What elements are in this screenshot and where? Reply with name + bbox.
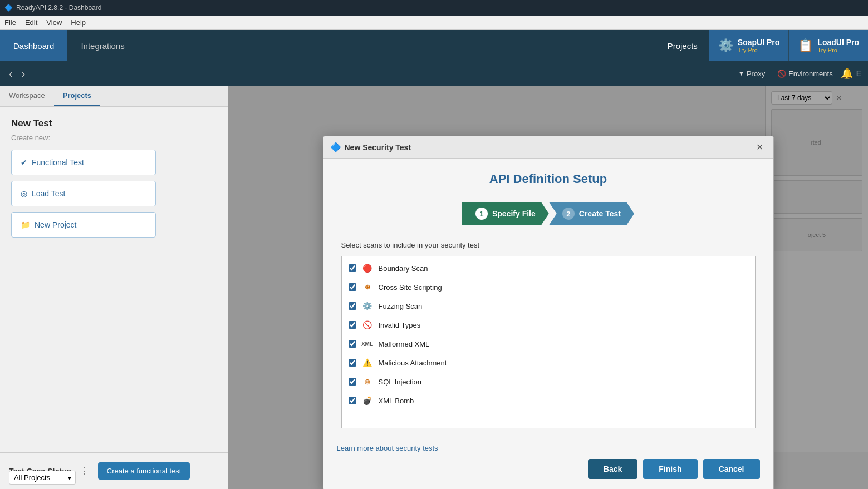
invalid-icon: 🚫 (362, 319, 373, 330)
invalid-label: Invalid Types (379, 321, 421, 329)
learn-more-link[interactable]: Learn more about security tests (337, 444, 760, 452)
scan-checkbox-xss[interactable] (349, 283, 356, 291)
checkmark-icon: ✔ (21, 158, 27, 167)
step-wizard: 1 Specify File 2 Create Test (341, 202, 756, 225)
scan-checkbox-malformed[interactable] (349, 340, 356, 348)
xmlbomb-label: XML Bomb (379, 397, 414, 405)
nav-tab-integrations[interactable]: Integrations (67, 30, 138, 61)
cancel-button[interactable]: Cancel (703, 459, 760, 479)
status-dots-button[interactable]: ⋮ (80, 466, 89, 476)
scan-item-malformed[interactable]: XML Malformed XML (342, 334, 755, 353)
dialog-footer: Learn more about security tests Back Fin… (323, 437, 773, 489)
soapui-try-label: Try Pro (738, 47, 779, 53)
loadui-icon: 📋 (798, 38, 813, 53)
step2-label: Create Test (579, 209, 621, 218)
nav-loadui-pro-button[interactable]: 📋 LoadUI Pro Try Pro (788, 30, 868, 61)
all-projects-select[interactable]: All Projects (9, 471, 76, 485)
content-area: Last 7 days ✕ rted. oject 5 🔷 New Securi… (228, 86, 868, 489)
nav-projects-button[interactable]: Projects (656, 30, 709, 61)
menu-bar: File Edit View Help (0, 16, 868, 30)
expand-icon[interactable]: E (856, 69, 861, 78)
xss-label: Cross Site Scripting (379, 283, 442, 292)
step1-number: 1 (475, 208, 488, 220)
menu-view[interactable]: View (46, 18, 62, 27)
environments-icon: 🚫 (777, 70, 786, 78)
dialog-title-bar: 🔷 New Security Test ✕ (323, 136, 773, 159)
app-icon: 🔷 (4, 4, 13, 12)
functional-test-button[interactable]: ✔ Functional Test (11, 150, 156, 175)
dialog-footer-buttons: Back Finish Cancel (337, 459, 760, 479)
all-projects-wrapper: All Projects (9, 471, 76, 485)
dialog-title: New Security Test (345, 143, 753, 152)
sub-nav-bar: ‹ › ▼ Proxy 🚫 Environments 🔔 E (0, 61, 868, 86)
bell-icon[interactable]: 🔔 (841, 67, 853, 80)
malformed-label: Malformed XML (379, 340, 430, 348)
dialog-body: API Definition Setup 1 Specify File 2 Cr… (323, 159, 773, 437)
scan-section-title: Select scans to include in your security… (341, 241, 756, 249)
new-project-label: New Project (35, 220, 76, 229)
scan-item-xmlbomb[interactable]: 💣 XML Bomb (342, 391, 755, 410)
step1-label: Specify File (492, 209, 536, 218)
dialog-overlay: 🔷 New Security Test ✕ API Definition Set… (228, 86, 868, 489)
bottom-bar: Test Case Status ⋮ Create a functional t… (0, 452, 228, 489)
top-nav: Dashboard Integrations Projects ⚙️ SoapU… (0, 30, 868, 61)
back-button[interactable]: Back (588, 459, 637, 479)
create-functional-test-button[interactable]: Create a functional test (98, 462, 190, 480)
loadui-try-label: Try Pro (817, 47, 859, 53)
load-test-button[interactable]: ◎ Load Test (11, 181, 156, 206)
new-project-button[interactable]: 📁 New Project (11, 212, 156, 238)
scan-item-malicious[interactable]: ⚠️ Malicious Attachment (342, 353, 755, 372)
sidebar-tab-workspace[interactable]: Workspace (0, 86, 54, 106)
proxy-label: Proxy (747, 70, 765, 78)
scan-checkbox-boundary[interactable] (349, 264, 356, 272)
menu-file[interactable]: File (4, 18, 16, 27)
dialog-close-button[interactable]: ✕ (753, 141, 767, 154)
scan-item-xss[interactable]: ⊛ Cross Site Scripting (342, 278, 755, 297)
fuzzing-label: Fuzzing Scan (379, 302, 423, 310)
menu-edit[interactable]: Edit (25, 18, 37, 27)
title-bar-text: ReadyAPI 2.8.2 - Dashboard (16, 4, 101, 12)
sidebar-tabs: Workspace Projects (0, 86, 228, 107)
fuzzing-icon: ⚙️ (362, 300, 373, 312)
scan-checkbox-xmlbomb[interactable] (349, 397, 356, 404)
step2-button[interactable]: 2 Create Test (549, 202, 634, 225)
back-button[interactable]: ‹ (7, 67, 15, 80)
menu-help[interactable]: Help (71, 18, 86, 27)
malicious-icon: ⚠️ (362, 357, 373, 368)
dialog: 🔷 New Security Test ✕ API Definition Set… (323, 136, 774, 489)
proxy-button[interactable]: ▼ Proxy (734, 67, 769, 80)
functional-test-label: Functional Test (32, 158, 84, 167)
scan-item-sql[interactable]: ⊛ SQL Injection (342, 372, 755, 391)
forward-button[interactable]: › (19, 67, 28, 80)
title-bar: 🔷 ReadyAPI 2.8.2 - Dashboard (0, 0, 868, 16)
scan-checkbox-fuzzing[interactable] (349, 302, 356, 310)
soapui-icon: ⚙️ (718, 38, 733, 53)
new-test-title: New Test (11, 118, 217, 129)
sidebar: Workspace Projects New Test Create new: … (0, 86, 228, 489)
loadui-pro-label: LoadUI Pro (817, 38, 859, 47)
create-new-label: Create new: (11, 134, 217, 142)
sql-icon: ⊛ (362, 376, 373, 387)
scan-list-wrapper: 🔴 Boundary Scan ⊛ Cross Site Scripting ⚙… (341, 256, 756, 428)
xmlbomb-icon: 💣 (362, 395, 373, 406)
environments-button[interactable]: 🚫 Environments (773, 67, 837, 80)
step1-button[interactable]: 1 Specify File (462, 202, 549, 225)
dialog-header-title: API Definition Setup (341, 172, 756, 186)
scan-item-fuzzing[interactable]: ⚙️ Fuzzing Scan (342, 297, 755, 315)
scan-checkbox-malicious[interactable] (349, 359, 356, 367)
load-icon: ◎ (21, 189, 27, 198)
scan-checkbox-sql[interactable] (349, 378, 356, 386)
sidebar-tab-projects[interactable]: Projects (54, 86, 100, 106)
scan-item-invalid[interactable]: 🚫 Invalid Types (342, 315, 755, 334)
proxy-down-icon: ▼ (738, 70, 744, 77)
dialog-title-icon: 🔷 (330, 142, 341, 152)
nav-soapui-pro-button[interactable]: ⚙️ SoapUI Pro Try Pro (709, 30, 788, 61)
nav-tab-dashboard[interactable]: Dashboard (0, 30, 67, 61)
soapui-pro-label: SoapUI Pro (738, 38, 779, 47)
folder-icon: 📁 (21, 220, 30, 229)
scan-list: 🔴 Boundary Scan ⊛ Cross Site Scripting ⚙… (342, 256, 755, 428)
finish-button[interactable]: Finish (643, 459, 697, 479)
scan-checkbox-invalid[interactable] (349, 321, 356, 329)
boundary-icon: 🔴 (362, 263, 373, 274)
scan-item-boundary[interactable]: 🔴 Boundary Scan (342, 259, 755, 278)
